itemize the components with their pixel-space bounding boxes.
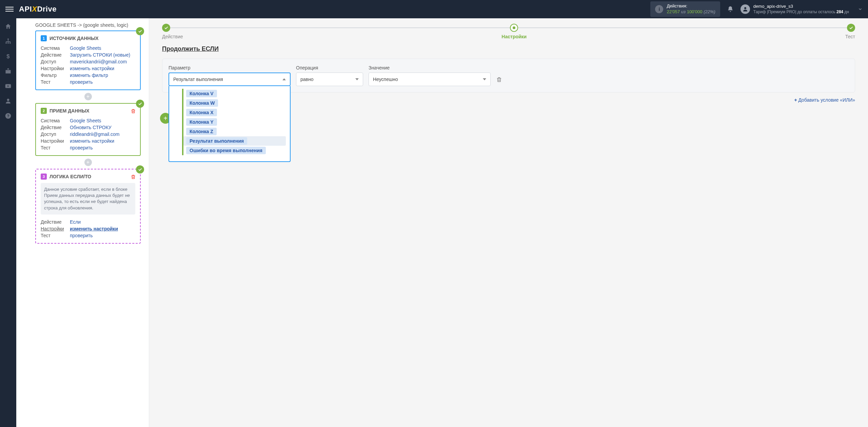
dropdown-option[interactable]: Колонка X [186,109,217,116]
condition-box: Параметр Результат выполнения Колонка VК… [162,59,855,93]
help-icon[interactable]: ? [4,112,12,120]
param-label: Параметр [169,65,291,70]
card-title: ИСТОЧНИК ДАННЫХ [50,36,99,41]
link-settings[interactable]: изменить настройки [70,226,118,231]
youtube-icon[interactable] [4,82,12,90]
user-icon[interactable] [4,97,12,105]
info-icon: i [655,5,663,13]
check-icon [136,165,144,174]
check-icon [136,27,144,35]
card-number: 1 [41,35,47,41]
link-settings[interactable]: изменить настройки [70,66,114,71]
svg-point-7 [7,99,9,101]
avatar-icon [741,4,750,14]
link-action[interactable]: Если [70,219,81,225]
user-info: demo_apix-drive_s3 Тариф |Премиум PRO| д… [753,4,849,15]
step-test[interactable]: Тест [845,24,855,39]
dropdown-option[interactable]: Колонка V [186,90,217,97]
link-test[interactable]: проверить [70,233,93,238]
menu-toggle[interactable] [5,5,14,13]
dropdown-option[interactable]: Колонка Y [186,118,217,126]
svg-text:$: $ [6,53,10,60]
logo[interactable]: APIXDrive [19,5,57,14]
actions-counter[interactable]: i Действия: 22'057 из 100'000 (22%) [650,1,720,17]
svg-rect-3 [7,42,8,43]
dropdown-option[interactable]: Результат выполнения [186,137,247,145]
link-filter[interactable]: изменить фильтр [70,73,108,78]
card-title: ЛОГИКА ЕСЛИ/ТО [50,174,91,179]
svg-rect-2 [6,42,7,43]
breadcrumb: GOOGLE SHEETS -> (google sheets, logic) [35,21,141,30]
logo-text2: Drive [37,5,57,13]
add-node-button[interactable]: + [84,93,92,100]
link-system[interactable]: Google Sheets [70,45,101,51]
card-number: 2 [41,108,47,114]
link-access[interactable]: maverickandrii@gmail.com [70,59,127,64]
section-title: Продолжить ЕСЛИ [162,45,855,53]
icon-sidebar: $ ? [0,18,16,427]
link-action[interactable]: Обновить СТРОКУ [70,125,112,130]
value-label: Значение [369,65,491,70]
card-logic: 3ЛОГИКА ЕСЛИ/ТО Данное условие сработает… [35,169,141,244]
card-title: ПРИЕМ ДАННЫХ [50,108,90,114]
dropdown-option[interactable]: Ошибки во время выполнения [186,147,266,154]
actions-text: Действия: 22'057 из 100'000 (22%) [667,3,715,15]
card-destination: 2ПРИЕМ ДАННЫХ СистемаGoogle Sheets Дейст… [35,103,141,156]
connections-icon[interactable] [4,37,12,45]
main-content: Действие Настройки Тест Продолжить ЕСЛИ … [149,18,868,427]
note-text: Данное условие сработает, если в блоке П… [41,183,135,215]
link-settings[interactable]: изменить настройки [70,138,114,144]
link-action[interactable]: Загрузить СТРОКИ (новые) [70,52,130,58]
trash-icon[interactable] [131,174,136,180]
param-select[interactable]: Результат выполнения [169,73,291,86]
briefcase-icon[interactable] [4,67,12,75]
bell-icon[interactable] [727,5,734,13]
link-test[interactable]: проверить [70,145,93,150]
left-panel: GOOGLE SHEETS -> (google sheets, logic) … [16,18,149,427]
chevron-down-icon [858,7,863,12]
user-menu[interactable]: demo_apix-drive_s3 Тариф |Премиум PRO| д… [741,4,863,15]
dropdown-option[interactable]: Колонка W [186,99,218,107]
operation-select[interactable]: равно [296,73,363,86]
svg-point-0 [744,7,746,9]
card-source: 1ИСТОЧНИК ДАННЫХ СистемаGoogle Sheets Де… [35,30,141,90]
svg-text:?: ? [7,114,9,118]
link-system[interactable]: Google Sheets [70,118,101,123]
trash-icon[interactable] [131,108,136,114]
delete-condition-icon[interactable] [496,77,502,86]
logo-x: X [32,5,37,13]
card-number: 3 [41,174,47,180]
link-test[interactable]: проверить [70,79,93,85]
app-header: APIXDrive i Действия: 22'057 из 100'000 … [0,0,868,18]
step-settings[interactable]: Настройки [501,24,527,39]
param-dropdown: Колонка VКолонка WКолонка XКолонка YКоло… [169,86,291,162]
dropdown-option[interactable]: Колонка Z [186,128,217,135]
check-icon [136,100,144,108]
svg-rect-4 [9,42,11,43]
logo-text: API [19,5,32,13]
operation-label: Операция [296,65,363,70]
dollar-icon[interactable]: $ [4,52,12,60]
value-select[interactable]: Неуспешно [369,73,491,86]
home-icon[interactable] [4,22,12,30]
step-action[interactable]: Действие [162,24,183,39]
add-node-button[interactable]: + [84,159,92,166]
svg-rect-1 [7,39,8,40]
stepper: Действие Настройки Тест [162,24,855,39]
link-access[interactable]: riddleandrii@gmail.com [70,131,120,137]
